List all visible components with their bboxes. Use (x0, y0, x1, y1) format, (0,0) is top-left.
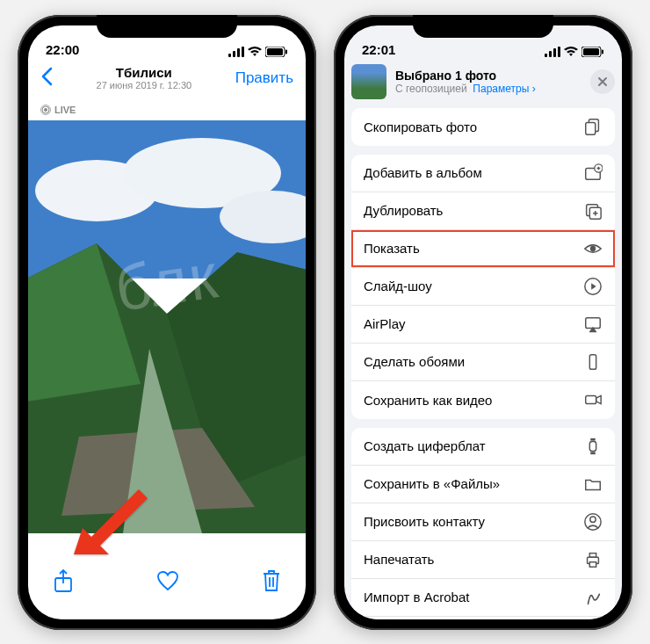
copy-icon (583, 117, 603, 136)
contact-icon (583, 512, 603, 532)
notch (97, 15, 237, 38)
heart-icon (156, 570, 179, 591)
action-watch[interactable]: Создать циферблат (351, 428, 615, 466)
action-label: Слайд-шоу (364, 279, 432, 293)
share-button[interactable] (53, 568, 74, 597)
selection-thumbnail (351, 64, 386, 99)
folder-icon (583, 474, 603, 494)
action-label: Создать циферблат (364, 438, 486, 453)
phone-right: 22:01 Выбрано 1 фото С геопозицией Парам… (334, 15, 632, 630)
trash-icon (262, 569, 281, 592)
video-icon (583, 390, 603, 409)
live-icon (40, 105, 51, 115)
nav-center: Тбилиси 27 июня 2019 г. 12:30 (53, 65, 235, 90)
screen-right: 22:01 Выбрано 1 фото С геопозицией Парам… (344, 25, 622, 619)
wifi-icon (248, 47, 262, 57)
action-folder[interactable]: Сохранить в «Файлы» (351, 466, 615, 503)
action-acrobat[interactable]: Импорт в Acrobat (351, 579, 615, 617)
live-badge: LIVE (40, 105, 76, 115)
album-add-icon (583, 163, 603, 183)
play-icon (583, 277, 603, 296)
action-airplay[interactable]: AirPlay (351, 306, 615, 344)
battery-icon (265, 47, 288, 57)
status-time: 22:00 (46, 42, 79, 57)
share-sheet-header: Выбрано 1 фото С геопозицией Параметры › (351, 64, 615, 99)
action-wallpaper[interactable]: Сделать обоями (351, 344, 615, 381)
action-label: Присвоить контакту (364, 514, 485, 529)
eye-icon (583, 239, 603, 258)
action-label: Сохранить в «Файлы» (364, 476, 500, 491)
wallpaper-icon (583, 352, 603, 372)
action-label: AirPlay (364, 316, 406, 331)
wifi-icon (564, 47, 578, 57)
svg-rect-5 (267, 48, 283, 55)
photo-area[interactable]: LIVE блк (28, 98, 306, 537)
svg-rect-29 (583, 48, 599, 55)
action-duplicate[interactable]: Дублировать (351, 192, 615, 230)
print-icon (583, 550, 603, 569)
svg-rect-26 (553, 48, 556, 57)
action-print[interactable]: Напечатать (351, 541, 615, 579)
svg-rect-2 (237, 48, 240, 57)
action-video[interactable]: Сохранить как видео (351, 381, 615, 419)
action-label: Показать (364, 241, 420, 256)
action-vsco[interactable]: Import to VSCO (351, 617, 615, 619)
nav-subtitle: 27 июня 2019 г. 12:30 (53, 80, 235, 90)
action-eye[interactable]: Показать (351, 230, 615, 268)
signal-icon (228, 47, 244, 57)
action-label: Дублировать (364, 203, 443, 218)
toolbar (28, 560, 306, 619)
signal-icon (545, 47, 560, 57)
acrobat-icon (583, 588, 603, 607)
selection-title: Выбрано 1 фото (395, 69, 581, 83)
status-icons (545, 47, 604, 57)
share-icon (53, 568, 74, 593)
svg-rect-25 (549, 51, 552, 57)
close-button[interactable] (590, 69, 615, 94)
nav-bar: Тбилиси 27 июня 2019 г. 12:30 Править (28, 59, 306, 98)
edit-button[interactable]: Править (235, 69, 293, 87)
svg-rect-1 (233, 51, 235, 57)
action-label: Импорт в Acrobat (364, 590, 469, 604)
action-label: Добавить в альбом (364, 165, 482, 180)
phone-left: 22:00 Тбилиси 27 июня 2019 г. 12:30 Прав… (18, 15, 316, 630)
action-group-2: Добавить в альбомДублироватьПоказатьСлай… (351, 155, 615, 419)
svg-rect-24 (545, 54, 547, 57)
svg-point-7 (44, 108, 47, 112)
action-contact[interactable]: Присвоить контакту (351, 503, 615, 541)
status-time: 22:01 (362, 42, 395, 57)
action-play[interactable]: Слайд-шоу (351, 268, 615, 306)
action-label: Сделать обоями (364, 354, 465, 369)
svg-rect-30 (602, 49, 603, 54)
battery-icon (581, 47, 604, 57)
svg-rect-6 (285, 49, 287, 54)
notch (413, 15, 553, 38)
action-group-1: Скопировать фото (351, 108, 615, 146)
back-button[interactable] (40, 67, 53, 90)
action-label: Сохранить как видео (364, 393, 492, 408)
nav-title: Тбилиси (53, 65, 235, 80)
duplicate-icon (583, 201, 603, 221)
watch-icon (583, 437, 603, 456)
svg-rect-0 (228, 54, 231, 57)
selection-subtitle[interactable]: С геопозицией Параметры › (395, 83, 581, 95)
delete-button[interactable] (262, 569, 281, 596)
close-icon (597, 76, 608, 87)
svg-rect-27 (558, 47, 560, 57)
action-album-add[interactable]: Добавить в альбом (351, 155, 615, 192)
airplay-icon (583, 315, 603, 334)
status-icons (228, 47, 288, 57)
screen-left: 22:00 Тбилиси 27 июня 2019 г. 12:30 Прав… (28, 25, 306, 619)
action-group-3: Создать циферблатСохранить в «Файлы»Прис… (351, 428, 615, 619)
action-label: Скопировать фото (364, 119, 477, 134)
action-copy[interactable]: Скопировать фото (351, 108, 615, 146)
action-label: Напечатать (364, 552, 434, 567)
favorite-button[interactable] (156, 570, 179, 595)
photo-image (28, 120, 306, 533)
svg-rect-3 (242, 47, 244, 57)
chevron-left-icon (40, 67, 53, 86)
